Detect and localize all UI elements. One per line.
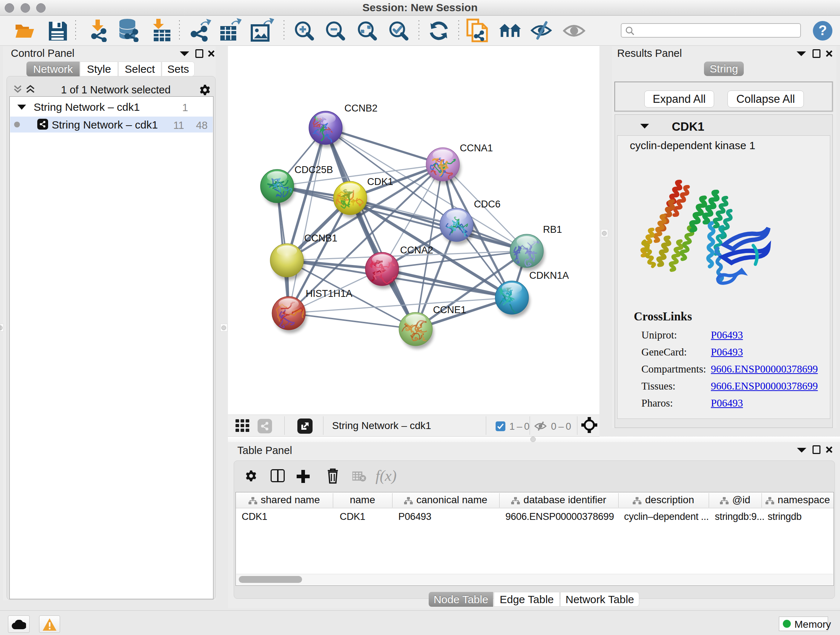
- svg-text:CDC25B: CDC25B: [294, 165, 333, 175]
- svg-text:CCNB2: CCNB2: [344, 103, 378, 114]
- svg-text:RB1: RB1: [543, 224, 562, 235]
- svg-text:CDKN1A: CDKN1A: [529, 270, 569, 281]
- svg-text:CCNA2: CCNA2: [400, 245, 433, 256]
- svg-text:CCNA1: CCNA1: [460, 143, 493, 154]
- svg-text:CDC6: CDC6: [474, 199, 501, 210]
- svg-text:CDK1: CDK1: [367, 176, 393, 187]
- svg-text:CCNE1: CCNE1: [433, 304, 466, 315]
- svg-text:CCNB1: CCNB1: [304, 233, 338, 244]
- svg-text:HIST1H1A: HIST1H1A: [306, 288, 352, 299]
